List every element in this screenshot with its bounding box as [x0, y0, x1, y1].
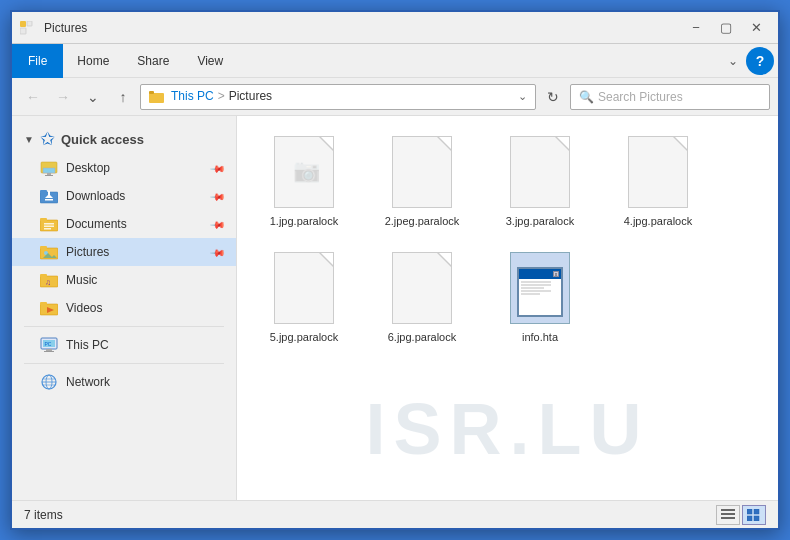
sidebar-separator-2 [24, 363, 224, 364]
file-item-1[interactable]: 📷 1.jpg.paralock [249, 128, 359, 236]
maximize-button[interactable]: ▢ [712, 17, 740, 39]
file-item-7[interactable]: x info.hta [485, 244, 595, 352]
hta-line-2 [521, 284, 551, 286]
search-box[interactable]: 🔍 Search Pictures [570, 84, 770, 110]
downloads-label: Downloads [66, 189, 204, 203]
titlebar: Pictures − ▢ ✕ [12, 12, 778, 44]
sidebar-item-desktop[interactable]: Desktop 📌 [12, 154, 236, 182]
downloads-pin-icon: 📌 [210, 188, 226, 204]
file-name-4: 4.jpg.paralock [624, 214, 693, 228]
sidebar-item-pictures[interactable]: Pictures 📌 [12, 238, 236, 266]
up-button[interactable]: ↑ [110, 84, 136, 110]
svg-rect-28 [40, 302, 47, 305]
file-name-5: 5.jpg.paralock [270, 330, 339, 344]
sidebar: ▼ ✩ Quick access Desktop 📌 [12, 116, 237, 500]
thispc-label: This PC [66, 338, 224, 352]
statusbar: 7 items [12, 500, 778, 528]
quick-access-label: Quick access [61, 132, 144, 147]
breadcrumb-sep: > [218, 89, 225, 103]
pictures-label: Pictures [66, 245, 204, 259]
hta-titlebar: x [519, 269, 561, 279]
breadcrumb-pictures[interactable]: Pictures [229, 89, 272, 103]
list-view-button[interactable] [716, 505, 740, 525]
file-icon-2 [392, 136, 452, 208]
svg-rect-45 [754, 509, 759, 514]
svg-text:PC: PC [45, 341, 52, 347]
desktop-folder-icon [40, 159, 58, 177]
svg-rect-11 [40, 190, 47, 193]
file-item-3[interactable]: 3.jpg.paralock [485, 128, 595, 236]
recent-locations-button[interactable]: ⌄ [80, 84, 106, 110]
svg-rect-1 [27, 21, 32, 26]
close-button[interactable]: ✕ [742, 17, 770, 39]
grid-view-button[interactable] [742, 505, 766, 525]
share-menu[interactable]: Share [123, 44, 183, 78]
files-grid: 📷 1.jpg.paralock 2.jpeg.paralock 3.jpg.p… [249, 128, 766, 353]
svg-rect-32 [46, 349, 52, 351]
music-label: Music [66, 273, 224, 287]
svg-rect-47 [754, 516, 759, 521]
svg-rect-33 [44, 351, 54, 352]
search-placeholder: Search Pictures [598, 90, 683, 104]
pictures-folder-icon [40, 243, 58, 261]
file-item-2[interactable]: 2.jpeg.paralock [367, 128, 477, 236]
menubar: File Home Share View ⌄ ? [12, 44, 778, 78]
view-menu[interactable]: View [183, 44, 237, 78]
minimize-button[interactable]: − [682, 17, 710, 39]
addressbar: ← → ⌄ ↑ This PC > Pictures ⌄ ↻ 🔍 [12, 78, 778, 116]
forward-button[interactable]: → [50, 84, 76, 110]
sidebar-item-videos[interactable]: Videos [12, 294, 236, 322]
file-item-4[interactable]: 4.jpg.paralock [603, 128, 713, 236]
svg-rect-0 [20, 21, 26, 27]
hta-line-3 [521, 287, 544, 289]
svg-rect-5 [149, 91, 154, 94]
svg-text:📷: 📷 [293, 157, 319, 184]
file-name-hta: info.hta [522, 330, 558, 344]
svg-rect-18 [44, 226, 54, 228]
search-icon: 🔍 [579, 90, 594, 104]
music-folder-icon: ♫ [40, 271, 58, 289]
hta-line-5 [521, 293, 540, 295]
sidebar-item-documents[interactable]: Documents 📌 [12, 210, 236, 238]
svg-rect-43 [721, 517, 735, 519]
sidebar-item-downloads[interactable]: Downloads 📌 [12, 182, 236, 210]
quick-access-chevron: ▼ [24, 134, 34, 145]
pictures-pin-icon: 📌 [210, 244, 226, 260]
main-area: ▼ ✩ Quick access Desktop 📌 [12, 116, 778, 500]
breadcrumb-folder-icon [149, 89, 167, 104]
help-button[interactable]: ? [746, 47, 774, 75]
svg-rect-16 [40, 218, 47, 221]
breadcrumb-this-pc[interactable]: This PC [171, 89, 214, 103]
svg-rect-13 [48, 191, 50, 196]
address-box[interactable]: This PC > Pictures ⌄ [140, 84, 536, 110]
home-menu[interactable]: Home [63, 44, 123, 78]
svg-rect-41 [721, 509, 735, 511]
view-buttons [716, 505, 766, 525]
svg-rect-9 [45, 175, 53, 176]
sidebar-item-thispc[interactable]: PC This PC [12, 331, 236, 359]
sidebar-item-network[interactable]: Network [12, 368, 236, 396]
svg-rect-25 [40, 274, 47, 277]
documents-label: Documents [66, 217, 204, 231]
sidebar-item-music[interactable]: ♫ Music [12, 266, 236, 294]
refresh-button[interactable]: ↻ [540, 84, 566, 110]
quick-access-header[interactable]: ▼ ✩ Quick access [12, 124, 236, 154]
hta-window-preview: x [517, 267, 563, 317]
svg-text:♫: ♫ [45, 278, 51, 287]
address-dropdown[interactable]: ⌄ [518, 90, 527, 103]
file-name-2: 2.jpeg.paralock [385, 214, 460, 228]
file-item-5[interactable]: 5.jpg.paralock [249, 244, 359, 352]
file-item-6[interactable]: 6.jpg.paralock [367, 244, 477, 352]
file-icon-5 [274, 252, 334, 324]
file-menu[interactable]: File [12, 44, 63, 78]
watermark: ISR.LU [365, 388, 649, 470]
network-icon [40, 373, 58, 391]
downloads-folder-icon [40, 187, 58, 205]
breadcrumb: This PC > Pictures [149, 89, 272, 104]
svg-rect-21 [40, 246, 47, 249]
file-name-6: 6.jpg.paralock [388, 330, 457, 344]
quick-access-star-icon: ✩ [40, 128, 55, 150]
hta-line-1 [521, 281, 551, 283]
back-button[interactable]: ← [20, 84, 46, 110]
ribbon-toggle[interactable]: ⌄ [720, 44, 746, 78]
